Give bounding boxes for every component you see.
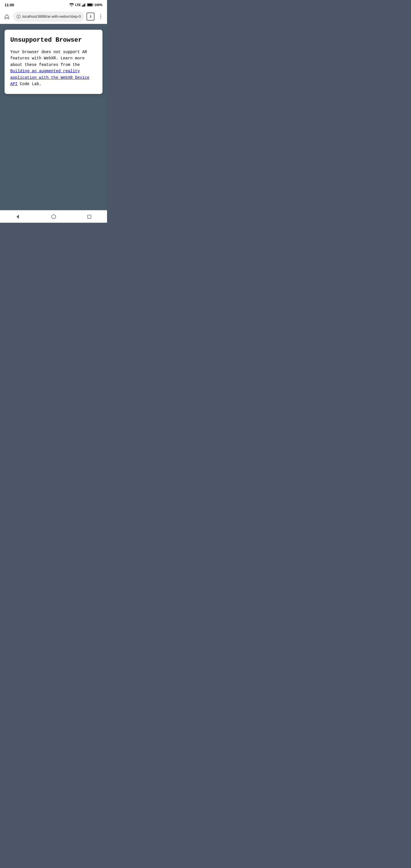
svg-rect-2 <box>83 5 84 6</box>
navigation-bar <box>0 210 107 223</box>
svg-point-13 <box>100 18 101 19</box>
back-icon <box>15 214 21 219</box>
card-body: Your browser does not support AR feature… <box>10 49 97 87</box>
svg-point-10 <box>18 16 19 16</box>
svg-rect-4 <box>85 3 86 6</box>
recents-icon <box>87 214 92 219</box>
svg-point-15 <box>52 215 56 219</box>
wifi-icon <box>69 3 74 6</box>
battery-icon <box>87 3 93 6</box>
svg-rect-16 <box>88 215 91 218</box>
svg-marker-14 <box>17 215 19 219</box>
status-icons: LTE 100% <box>69 3 102 6</box>
svg-rect-3 <box>84 4 85 6</box>
card-body-suffix: Code Lab. <box>18 82 41 86</box>
tab-count-button[interactable]: 3 <box>87 12 94 21</box>
svg-rect-1 <box>82 5 83 6</box>
home-nav-button[interactable] <box>48 211 60 223</box>
url-text: localhost:8888/ar-with-webxr/step-0 <box>22 14 81 19</box>
home-button[interactable] <box>3 12 11 21</box>
status-bar: 11:00 LTE 100% <box>0 0 107 9</box>
menu-button[interactable] <box>97 12 105 21</box>
back-button[interactable] <box>12 211 24 223</box>
lte-label: LTE <box>75 3 81 6</box>
svg-rect-6 <box>87 4 92 6</box>
battery-percent: 100% <box>94 3 102 6</box>
signal-icon <box>82 3 86 6</box>
svg-rect-7 <box>92 4 93 5</box>
info-icon <box>17 14 21 19</box>
svg-point-12 <box>100 16 101 17</box>
svg-point-11 <box>100 14 101 15</box>
address-bar[interactable]: localhost:8888/ar-with-webxr/step-0 <box>13 11 84 22</box>
browser-chrome: localhost:8888/ar-with-webxr/step-0 3 <box>0 9 107 24</box>
page-content: Unsupported Browser Your browser does no… <box>0 24 107 210</box>
home-icon <box>4 14 10 20</box>
unsupported-browser-card: Unsupported Browser Your browser does no… <box>5 30 102 94</box>
recents-button[interactable] <box>83 211 96 223</box>
status-time: 11:00 <box>5 3 14 7</box>
home-nav-icon <box>51 214 56 219</box>
svg-point-0 <box>71 6 72 6</box>
more-options-icon <box>98 14 104 20</box>
card-body-prefix: Your browser does not support AR feature… <box>10 50 87 67</box>
card-title: Unsupported Browser <box>10 36 97 44</box>
